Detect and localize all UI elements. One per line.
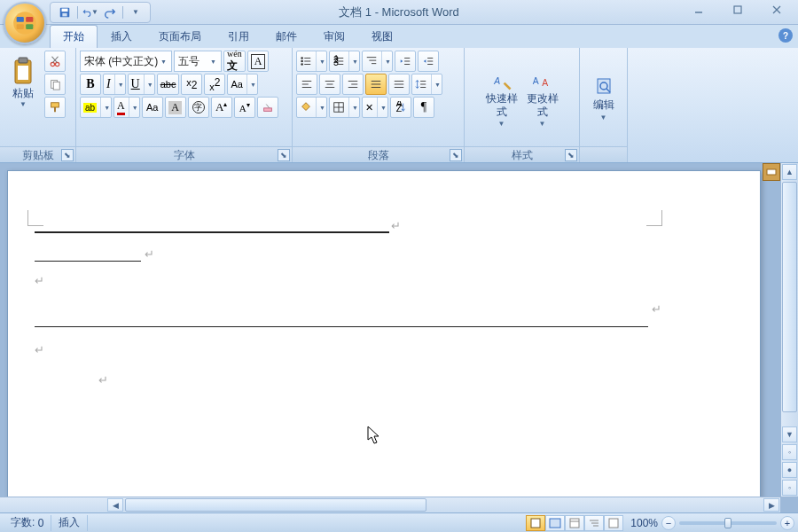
svg-text:A: A [532,76,538,86]
ribbon: 粘贴 ▼ 剪贴板⬊ 宋体 (中文正文)▼ 五号▼ wén文 A B [0,48,798,163]
line-spacing-button[interactable]: ▼ [411,74,442,95]
web-layout-view[interactable] [565,515,584,531]
redo-button[interactable] [101,4,119,20]
qat-customize[interactable]: ▼ [127,4,145,20]
scroll-down-button[interactable]: ▼ [782,426,797,442]
horizontal-scrollbar[interactable]: ◀ ▶ [0,497,780,512]
dialog-launcher[interactable]: ⬊ [565,149,577,161]
increase-indent-button[interactable] [418,51,439,72]
multilevel-list-button[interactable]: ▼ [362,51,393,72]
scroll-thumb[interactable] [125,498,426,512]
maximize-button[interactable] [718,0,757,20]
editing-button[interactable]: 编辑▼ [585,66,622,130]
svg-rect-20 [53,82,59,90]
group-styles: A 快速样式▼ AA 更改样式▼ 样式⬊ [465,48,580,162]
borders-button[interactable]: ▼ [329,97,360,118]
next-page-button[interactable]: ◦ [782,480,797,496]
shading-button[interactable]: ▼ [296,97,327,118]
office-button[interactable] [4,2,46,44]
sort-button[interactable]: AZ [390,97,411,118]
phonetic-guide-button[interactable]: wén文 [223,51,246,72]
align-right-button[interactable] [342,74,364,95]
save-button[interactable] [56,4,74,20]
document-page[interactable]: ↵ ↵ ↵ ↵ ↵ ↵ [7,170,761,497]
svg-text:A: A [542,78,548,88]
bullets-button[interactable]: ▼ [296,51,327,72]
tab-insert[interactable]: 插入 [98,25,145,48]
decrease-indent-button[interactable] [395,51,416,72]
italic-button[interactable]: I▼ [103,74,126,95]
font-color-button[interactable]: A▼ [113,97,140,118]
font-name-combo[interactable]: 宋体 (中文正文)▼ [80,51,172,72]
show-marks-button[interactable]: ¶ [413,97,434,118]
scroll-right-button[interactable]: ▶ [763,498,779,512]
tab-references[interactable]: 引用 [215,25,262,48]
align-center-button[interactable] [319,74,340,95]
dialog-launcher[interactable]: ⬊ [278,149,290,161]
distributed-button[interactable] [388,74,410,95]
tab-view[interactable]: 视图 [358,25,406,48]
quick-styles-button[interactable]: A 快速样式▼ [482,66,521,130]
scroll-up-button[interactable]: ▲ [782,164,797,180]
zoom-out-button[interactable]: − [661,516,676,530]
subscript-button[interactable]: x2 [181,74,202,95]
print-layout-view[interactable] [526,515,545,531]
undo-button[interactable]: ▼ [82,4,99,20]
help-button[interactable]: ? [778,28,793,43]
numbering-button[interactable]: 123▼ [329,51,360,72]
shrink-font-button[interactable]: A▾ [234,97,255,118]
dialog-launcher[interactable]: ⬊ [450,149,462,161]
justify-button[interactable] [365,74,387,95]
dialog-launcher[interactable]: ⬊ [61,149,74,161]
character-border-button[interactable]: A [247,51,270,72]
align-left-button[interactable] [296,74,317,95]
tab-pagelayout[interactable]: 页面布局 [145,25,215,48]
format-painter-button[interactable] [44,97,66,118]
zoom-in-button[interactable]: + [780,516,794,530]
svg-rect-23 [263,108,271,112]
outline-view[interactable] [584,515,604,531]
svg-rect-6 [62,8,68,12]
bold-button[interactable]: B [80,74,101,95]
view-buttons [526,515,623,531]
grow-font-button[interactable]: A▴ [211,97,232,118]
word-count[interactable]: 字数: 0 [4,515,51,531]
prev-page-button[interactable]: ◦ [782,444,797,460]
font-size-combo[interactable]: 五号▼ [174,51,222,72]
superscript-button[interactable]: x2 [204,74,225,95]
zoom-thumb[interactable] [724,518,732,528]
browse-object-button[interactable]: ● [782,462,797,478]
tab-home[interactable]: 开始 [50,25,98,48]
underline-button[interactable]: U▼ [128,74,155,95]
vertical-scrollbar[interactable]: ▲ ▼ ◦ ● ◦ [780,163,798,497]
svg-rect-2 [26,17,33,22]
draft-view[interactable] [604,515,623,531]
clear-formatting-button[interactable] [257,97,278,118]
separator [77,6,78,19]
paste-button[interactable]: 粘贴 ▼ [4,51,43,114]
character-shading-button[interactable]: Aa [142,97,163,118]
document-viewport[interactable]: ↵ ↵ ↵ ↵ ↵ ↵ [0,163,780,497]
full-screen-view[interactable] [545,515,565,531]
tab-mailings[interactable]: 邮件 [262,25,310,48]
zoom-level[interactable]: 100% [630,517,658,529]
asian-layout-button[interactable]: ✕▼ [362,97,388,118]
scroll-track[interactable] [781,413,798,426]
enclose-circle-button[interactable]: 字 [188,97,209,118]
tab-review[interactable]: 审阅 [310,25,358,48]
close-button[interactable] [757,0,796,20]
scroll-left-button[interactable]: ◀ [107,498,123,512]
scroll-thumb[interactable] [782,182,797,412]
minimize-button[interactable] [679,0,718,20]
highlight-button[interactable]: ab▼ [80,97,112,118]
zoom-slider[interactable] [679,521,777,525]
ruler-toggle[interactable] [763,163,780,181]
change-case-button[interactable]: Aa▼ [227,74,257,95]
change-styles-button[interactable]: AA 更改样式▼ [523,66,562,130]
enclose-characters-button[interactable]: A [165,97,186,118]
scroll-track[interactable] [427,497,763,512]
strikethrough-button[interactable]: abc [157,74,180,95]
insert-mode[interactable]: 插入 [51,515,88,531]
cut-button[interactable] [44,51,66,72]
copy-button[interactable] [44,74,66,95]
